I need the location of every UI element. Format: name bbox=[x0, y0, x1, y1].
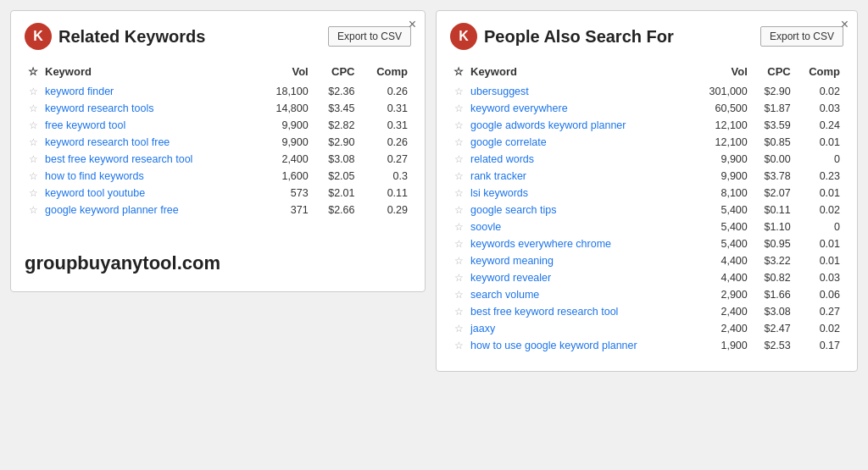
table-row: ☆ lsi keywords 8,100 $2.07 0.01 bbox=[450, 185, 843, 202]
star-cell[interactable]: ☆ bbox=[25, 83, 42, 100]
keyword-cell[interactable]: google correlate bbox=[467, 134, 693, 151]
people-also-search-panel: × K People Also Search For Export to CSV… bbox=[436, 10, 858, 372]
star-cell[interactable]: ☆ bbox=[450, 303, 467, 320]
comp-cell: 0.01 bbox=[794, 235, 843, 252]
vol-col-header: Vol bbox=[257, 62, 311, 83]
table-row: ☆ keyword research tool free 9,900 $2.90… bbox=[25, 134, 411, 151]
comp-cell: 0.27 bbox=[358, 151, 411, 168]
star-cell[interactable]: ☆ bbox=[450, 320, 467, 337]
keyword-cell[interactable]: rank tracker bbox=[467, 168, 693, 185]
table-row: ☆ keyword research tools 14,800 $3.45 0.… bbox=[25, 100, 411, 117]
vol-cell: 1,600 bbox=[257, 168, 311, 185]
keyword-cell[interactable]: keyword research tools bbox=[42, 100, 257, 117]
table-row: ☆ keyword tool youtube 573 $2.01 0.11 bbox=[25, 185, 411, 202]
export-csv-button[interactable]: Export to CSV bbox=[328, 26, 411, 47]
cpc-cell: $3.78 bbox=[751, 168, 794, 185]
star-cell[interactable]: ☆ bbox=[450, 151, 467, 168]
pasf-table: ☆ Keyword Vol CPC Comp ☆ ubersuggest 301… bbox=[450, 62, 843, 354]
keyword-cell[interactable]: keyword revealer bbox=[467, 269, 693, 286]
vol-cell: 371 bbox=[257, 202, 311, 218]
panel-title-right: People Also Search For bbox=[484, 27, 674, 47]
cpc-cell: $0.00 bbox=[751, 151, 794, 168]
star-cell[interactable]: ☆ bbox=[450, 202, 467, 218]
table-row: ☆ ubersuggest 301,000 $2.90 0.02 bbox=[450, 83, 843, 100]
keyword-cell[interactable]: best free keyword research tool bbox=[467, 303, 693, 320]
keyword-cell[interactable]: keyword research tool free bbox=[42, 134, 257, 151]
cpc-cell: $0.85 bbox=[751, 134, 794, 151]
star-cell[interactable]: ☆ bbox=[450, 269, 467, 286]
star-cell[interactable]: ☆ bbox=[450, 100, 467, 117]
keyword-cell[interactable]: jaaxy bbox=[467, 320, 693, 337]
k-logo: K bbox=[25, 23, 52, 50]
star-cell[interactable]: ☆ bbox=[450, 218, 467, 235]
cpc-cell: $2.05 bbox=[312, 168, 359, 185]
export-csv-button-right[interactable]: Export to CSV bbox=[760, 26, 843, 47]
panel-title: Related Keywords bbox=[58, 27, 205, 47]
star-cell[interactable]: ☆ bbox=[450, 286, 467, 303]
keyword-cell[interactable]: ubersuggest bbox=[467, 83, 693, 100]
star-cell[interactable]: ☆ bbox=[450, 83, 467, 100]
keyword-cell[interactable]: related words bbox=[467, 151, 693, 168]
star-cell[interactable]: ☆ bbox=[450, 235, 467, 252]
keyword-cell[interactable]: lsi keywords bbox=[467, 185, 693, 202]
keyword-cell[interactable]: keyword finder bbox=[42, 83, 257, 100]
keyword-cell[interactable]: how to use google keyword planner bbox=[467, 337, 693, 354]
keyword-cell[interactable]: soovle bbox=[467, 218, 693, 235]
vol-cell: 18,100 bbox=[257, 83, 311, 100]
keyword-cell[interactable]: free keyword tool bbox=[42, 117, 257, 134]
vol-cell: 301,000 bbox=[693, 83, 751, 100]
star-cell[interactable]: ☆ bbox=[450, 252, 467, 269]
star-col-header-r: ☆ bbox=[450, 62, 467, 83]
keyword-cell[interactable]: keyword meaning bbox=[467, 252, 693, 269]
keyword-cell[interactable]: keyword tool youtube bbox=[42, 185, 257, 202]
table-row: ☆ free keyword tool 9,900 $2.82 0.31 bbox=[25, 117, 411, 134]
keyword-cell[interactable]: keywords everywhere chrome bbox=[467, 235, 693, 252]
close-button[interactable]: × bbox=[409, 18, 416, 31]
star-cell[interactable]: ☆ bbox=[450, 185, 467, 202]
star-cell[interactable]: ☆ bbox=[25, 151, 42, 168]
vol-cell: 8,100 bbox=[693, 185, 751, 202]
star-cell[interactable]: ☆ bbox=[450, 134, 467, 151]
cpc-cell: $2.36 bbox=[312, 83, 359, 100]
star-cell[interactable]: ☆ bbox=[450, 168, 467, 185]
keyword-cell[interactable]: how to find keywords bbox=[42, 168, 257, 185]
star-col-header: ☆ bbox=[25, 62, 42, 83]
close-button-right[interactable]: × bbox=[841, 18, 849, 31]
star-cell[interactable]: ☆ bbox=[450, 117, 467, 134]
vol-cell: 573 bbox=[257, 185, 311, 202]
keyword-cell[interactable]: keyword everywhere bbox=[467, 100, 693, 117]
comp-cell: 0.03 bbox=[794, 100, 843, 117]
comp-cell: 0.3 bbox=[358, 168, 411, 185]
cpc-cell: $2.66 bbox=[312, 202, 359, 218]
cpc-cell: $1.66 bbox=[751, 286, 794, 303]
cpc-cell: $3.59 bbox=[751, 117, 794, 134]
star-cell[interactable]: ☆ bbox=[450, 337, 467, 354]
k-logo-right: K bbox=[450, 23, 477, 50]
table-row: ☆ related words 9,900 $0.00 0 bbox=[450, 151, 843, 168]
keyword-cell[interactable]: search volume bbox=[467, 286, 693, 303]
keyword-cell[interactable]: best free keyword research tool bbox=[42, 151, 257, 168]
star-cell[interactable]: ☆ bbox=[25, 202, 42, 218]
star-cell[interactable]: ☆ bbox=[25, 185, 42, 202]
vol-cell: 2,400 bbox=[257, 151, 311, 168]
comp-cell: 0.02 bbox=[794, 320, 843, 337]
comp-cell: 0.01 bbox=[794, 185, 843, 202]
keyword-cell[interactable]: google keyword planner free bbox=[42, 202, 257, 218]
keyword-cell[interactable]: google search tips bbox=[467, 202, 693, 218]
star-cell[interactable]: ☆ bbox=[25, 117, 42, 134]
keyword-cell[interactable]: google adwords keyword planner bbox=[467, 117, 693, 134]
star-cell[interactable]: ☆ bbox=[25, 134, 42, 151]
star-cell[interactable]: ☆ bbox=[25, 168, 42, 185]
star-cell[interactable]: ☆ bbox=[25, 100, 42, 117]
comp-cell: 0.31 bbox=[358, 100, 411, 117]
comp-cell: 0.02 bbox=[794, 202, 843, 218]
comp-cell: 0.11 bbox=[358, 185, 411, 202]
cpc-cell: $1.10 bbox=[751, 218, 794, 235]
table-row: ☆ google correlate 12,100 $0.85 0.01 bbox=[450, 134, 843, 151]
cpc-cell: $2.53 bbox=[751, 337, 794, 354]
cpc-cell: $2.01 bbox=[312, 185, 359, 202]
comp-cell: 0.01 bbox=[794, 134, 843, 151]
table-row: ☆ search volume 2,900 $1.66 0.06 bbox=[450, 286, 843, 303]
cpc-col-header-r: CPC bbox=[751, 62, 794, 83]
comp-cell: 0.03 bbox=[794, 269, 843, 286]
